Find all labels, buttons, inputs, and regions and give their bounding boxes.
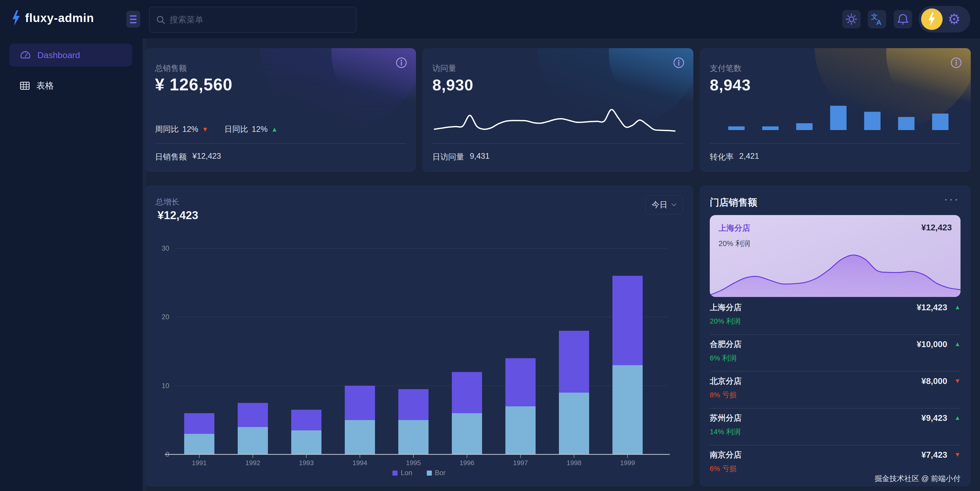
sidebar-item-table[interactable]: 表格 xyxy=(9,77,132,95)
svg-text:20: 20 xyxy=(162,313,169,321)
featured-area-chart xyxy=(710,251,961,297)
stores-title: 门店销售额 xyxy=(710,196,757,209)
search-bar xyxy=(149,7,356,33)
trend-up-icon: ▲ xyxy=(955,304,961,310)
payments-minibar-chart[interactable] xyxy=(728,102,948,130)
divider xyxy=(155,143,406,144)
daily-sales-value: ¥12,423 xyxy=(192,151,221,162)
store-value: ¥12,423 xyxy=(917,303,947,312)
range-select[interactable]: 今日 xyxy=(646,195,683,215)
trend-down-icon: ▼ xyxy=(955,378,961,384)
svg-text:10: 10 xyxy=(162,382,169,389)
svg-text:1994: 1994 xyxy=(352,459,367,467)
panel-store-sales: 门店销售额 ··· 上海分店 ¥12,423 20% 利润 上海分店 20% 利… xyxy=(700,185,971,486)
svg-text:1995: 1995 xyxy=(406,459,421,467)
store-value: ¥7,423 xyxy=(921,450,947,460)
svg-text:1998: 1998 xyxy=(566,459,581,467)
legend-swatch xyxy=(427,470,432,476)
growth-value: ¥12,423 xyxy=(158,209,198,222)
divider xyxy=(710,143,961,144)
avatar-lightning-icon xyxy=(928,13,936,26)
store-trend-label: 14% 利润 xyxy=(710,427,740,437)
lightning-logo-icon xyxy=(11,10,21,25)
legend-item-bor[interactable]: Bor xyxy=(427,469,446,477)
card-footer: 日销售额 ¥12,423 xyxy=(155,151,221,162)
gauge-icon xyxy=(19,49,31,61)
store-row[interactable]: 上海分店 20% 利润 ¥12,423 ▲ xyxy=(700,298,971,335)
translate-icon: 文 A xyxy=(871,13,883,25)
topbar: fluxy-admin 文 A xyxy=(0,0,980,38)
legend-label: Bor xyxy=(435,469,446,477)
store-value: ¥10,000 xyxy=(917,340,947,349)
payments-value: 8,943 xyxy=(710,76,751,94)
total-sales-value: ¥ 126,560 xyxy=(155,75,232,94)
svg-text:1999: 1999 xyxy=(620,459,635,467)
range-select-value: 今日 xyxy=(652,199,668,210)
sidebar-item-label: Dashboard xyxy=(37,50,80,60)
sidebar: Dashboard 表格 xyxy=(0,38,143,491)
svg-text:1992: 1992 xyxy=(245,459,260,467)
store-row[interactable]: 合肥分店 6% 利润 ¥10,000 ▲ xyxy=(700,335,971,372)
legend-label: Lon xyxy=(401,469,412,477)
user-menu[interactable]: ⚙ xyxy=(918,6,970,32)
trend-down-icon: ▼ xyxy=(955,451,961,458)
svg-text:1997: 1997 xyxy=(513,459,528,467)
conversion-value: 2,421 xyxy=(739,151,759,162)
day-ratio-label: 日同比 xyxy=(224,124,248,135)
bell-icon xyxy=(897,13,909,25)
card-footer: 转化率 2,421 xyxy=(710,151,759,162)
card-title: 总销售额 xyxy=(155,63,187,74)
theme-toggle-button[interactable] xyxy=(842,10,861,29)
sidebar-item-dashboard[interactable]: Dashboard xyxy=(9,43,132,67)
svg-text:1996: 1996 xyxy=(460,459,474,467)
sales-metrics: 周同比 12% ▼ 日同比 12% ▲ xyxy=(155,124,278,135)
svg-text:1991: 1991 xyxy=(192,459,207,467)
menu-toggle-button[interactable] xyxy=(126,11,140,28)
legend-item-lon[interactable]: Lon xyxy=(392,469,412,477)
week-ratio-value: 12% xyxy=(182,125,198,134)
card-total-sales: 总销售额 ¥ 126,560 周同比 12% ▼ 日同比 12% ▲ 日销售额 … xyxy=(145,48,416,172)
trend-up-icon: ▲ xyxy=(271,126,278,133)
store-trend-label: 20% 利润 xyxy=(710,316,740,326)
day-ratio-value: 12% xyxy=(252,125,268,134)
svg-text:A: A xyxy=(876,18,881,25)
trend-down-icon: ▼ xyxy=(202,126,208,133)
search-input[interactable] xyxy=(150,7,356,32)
brand-name: fluxy-admin xyxy=(25,11,94,25)
daily-visits-label: 日访问量 xyxy=(433,151,464,162)
featured-store-card[interactable]: 上海分店 ¥12,423 20% 利润 xyxy=(710,215,961,297)
trend-up-icon: ▲ xyxy=(955,341,961,347)
store-value: ¥8,000 xyxy=(921,376,947,386)
table-icon xyxy=(19,80,30,91)
visits-sparkline-chart[interactable] xyxy=(433,105,677,135)
svg-text:30: 30 xyxy=(162,245,169,252)
more-options-icon[interactable]: ··· xyxy=(944,192,959,206)
notifications-button[interactable] xyxy=(894,10,912,29)
info-icon[interactable] xyxy=(950,57,962,68)
store-row[interactable]: 北京分店 8% 亏损 ¥8,000 ▼ xyxy=(700,372,971,408)
store-name: 北京分店 xyxy=(710,376,741,386)
credit-text: 掘金技术社区 @ 前端小付 xyxy=(875,474,961,484)
brand-logo: fluxy-admin xyxy=(11,10,94,25)
card-visits: 访问量 8,930 日访问量 9,431 xyxy=(422,48,694,172)
store-name: 苏州分店 xyxy=(710,413,741,423)
store-trend-label: 6% 亏损 xyxy=(710,464,737,474)
daily-sales-label: 日销售额 xyxy=(155,151,187,162)
store-trend-label: 8% 亏损 xyxy=(710,390,737,400)
divider xyxy=(433,143,683,144)
growth-stacked-bar-chart[interactable]: 0102030199119921993199419951996199719981… xyxy=(145,185,694,486)
info-icon[interactable] xyxy=(673,57,685,68)
growth-title: 总增长 xyxy=(156,197,179,207)
week-ratio-label: 周同比 xyxy=(155,124,179,135)
info-icon[interactable] xyxy=(396,57,407,68)
legend-swatch xyxy=(392,470,398,476)
sun-icon xyxy=(846,13,857,25)
language-switch-button[interactable]: 文 A xyxy=(868,10,886,29)
store-value: ¥9,423 xyxy=(921,413,947,423)
svg-text:1993: 1993 xyxy=(299,459,314,467)
store-row[interactable]: 苏州分店 14% 利润 ¥9,423 ▲ xyxy=(700,408,971,445)
card-footer: 日访问量 9,431 xyxy=(433,151,490,162)
settings-gear-icon[interactable]: ⚙ xyxy=(948,12,961,26)
avatar[interactable] xyxy=(921,8,943,30)
trend-up-icon: ▲ xyxy=(955,415,961,421)
